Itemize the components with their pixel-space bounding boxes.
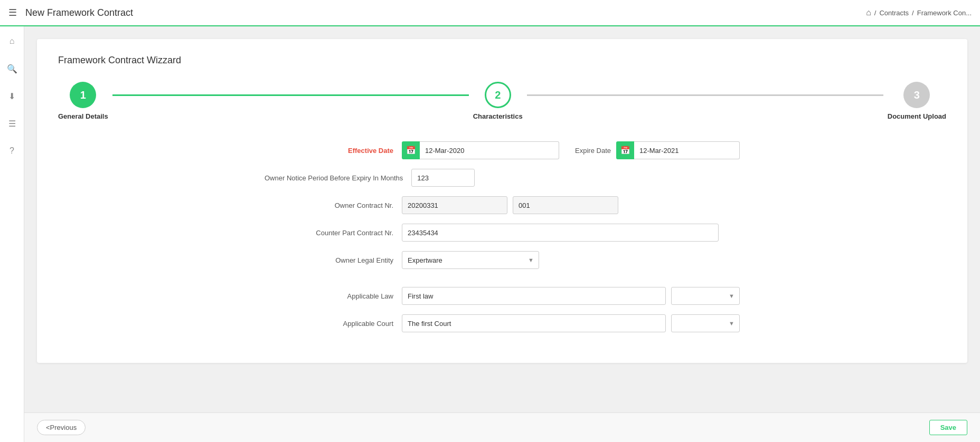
- counter-part-label: Counter Part Contract Nr.: [265, 229, 402, 237]
- wizard-title: Framework Contract Wizzard: [58, 55, 946, 66]
- step-3[interactable]: 3 Document Upload: [888, 82, 946, 120]
- wizard-card: Framework Contract Wizzard 1 General Det…: [37, 39, 967, 363]
- effective-date-group: 📅: [402, 141, 559, 159]
- form-section: Effective Date 📅 Expire Date 📅 Owner Not…: [265, 141, 740, 332]
- applicable-law-select[interactable]: Option 1 Option 2: [671, 287, 740, 305]
- previous-button[interactable]: <Previous: [37, 420, 86, 435]
- sidebar: ⌂ 🔍 ⬇ ☰ ?: [0, 26, 24, 442]
- applicable-court-row: Applicable Court Option 1 Option 2 ▼: [265, 314, 740, 332]
- date-row: Effective Date 📅 Expire Date 📅: [265, 141, 740, 159]
- owner-legal-entity-select[interactable]: Expertware Other Entity: [402, 251, 539, 269]
- step-2[interactable]: 2 Characteristics: [473, 82, 523, 120]
- step-2-label: Characteristics: [473, 112, 523, 120]
- expire-date-input[interactable]: [634, 141, 740, 159]
- sidebar-search-icon[interactable]: 🔍: [4, 60, 21, 77]
- step-line-2-3: [527, 94, 883, 96]
- applicable-law-label: Applicable Law: [265, 292, 402, 300]
- owner-contract-input-1[interactable]: [402, 196, 507, 214]
- breadcrumb: ⌂ / Contracts / Framework Con...: [866, 8, 972, 17]
- owner-legal-entity-wrapper: Expertware Other Entity ▼: [402, 251, 539, 269]
- breadcrumb-current: Framework Con...: [917, 9, 972, 17]
- step-1-circle: 1: [70, 82, 96, 108]
- applicable-law-input[interactable]: [402, 287, 666, 305]
- expire-date-group: Expire Date 📅: [575, 141, 740, 159]
- topbar: ☰ New Framework Contract ⌂ / Contracts /…: [0, 0, 980, 26]
- applicable-court-input[interactable]: [402, 314, 666, 332]
- sidebar-list-icon[interactable]: ☰: [4, 115, 21, 132]
- sidebar-download-icon[interactable]: ⬇: [4, 88, 21, 104]
- step-3-label: Document Upload: [888, 112, 946, 120]
- breadcrumb-sep2: /: [912, 9, 914, 17]
- footer-bar: <Previous Save: [24, 412, 980, 442]
- effective-date-input[interactable]: [420, 141, 559, 159]
- owner-contract-label: Owner Contract Nr.: [265, 201, 402, 209]
- breadcrumb-sep1: /: [874, 9, 877, 17]
- sidebar-home-icon[interactable]: ⌂: [4, 33, 21, 50]
- applicable-court-select[interactable]: Option 1 Option 2: [671, 314, 740, 332]
- applicable-court-group: Option 1 Option 2 ▼: [402, 314, 740, 332]
- owner-contract-group: [402, 196, 740, 214]
- effective-date-calendar-button[interactable]: 📅: [402, 141, 420, 159]
- step-line-1-2: [112, 94, 469, 96]
- owner-legal-entity-row: Owner Legal Entity Expertware Other Enti…: [265, 251, 740, 269]
- step-1[interactable]: 1 General Details: [58, 82, 108, 120]
- save-button[interactable]: Save: [929, 420, 967, 435]
- applicable-law-select-wrapper: Option 1 Option 2 ▼: [671, 287, 740, 305]
- applicable-law-group: Option 1 Option 2 ▼: [402, 287, 740, 305]
- expire-date-label: Expire Date: [575, 147, 611, 155]
- counter-part-input[interactable]: [402, 224, 719, 242]
- breadcrumb-contracts[interactable]: Contracts: [879, 9, 909, 17]
- effective-date-label: Effective Date: [265, 147, 402, 155]
- counter-part-row: Counter Part Contract Nr.: [265, 224, 740, 242]
- applicable-court-select-wrapper: Option 1 Option 2 ▼: [671, 314, 740, 332]
- owner-notice-input[interactable]: [411, 169, 475, 187]
- menu-icon[interactable]: ☰: [8, 7, 17, 18]
- owner-notice-label: Owner Notice Period Before Expiry In Mon…: [265, 174, 411, 182]
- step-3-circle: 3: [903, 82, 930, 108]
- expire-date-calendar-button[interactable]: 📅: [616, 141, 634, 159]
- applicable-law-row: Applicable Law Option 1 Option 2 ▼: [265, 287, 740, 305]
- main-content: Framework Contract Wizzard 1 General Det…: [24, 26, 980, 442]
- owner-contract-row: Owner Contract Nr.: [265, 196, 740, 214]
- page-title: New Framework Contract: [25, 7, 133, 18]
- step-2-circle: 2: [485, 82, 511, 108]
- sidebar-help-icon[interactable]: ?: [4, 142, 21, 159]
- owner-notice-row: Owner Notice Period Before Expiry In Mon…: [265, 169, 740, 187]
- stepper: 1 General Details 2 Characteristics 3 Do…: [58, 82, 946, 120]
- owner-contract-input-2[interactable]: [513, 196, 618, 214]
- step-1-label: General Details: [58, 112, 108, 120]
- applicable-court-label: Applicable Court: [265, 320, 402, 328]
- breadcrumb-home-icon[interactable]: ⌂: [866, 8, 871, 17]
- owner-legal-entity-label: Owner Legal Entity: [265, 256, 402, 264]
